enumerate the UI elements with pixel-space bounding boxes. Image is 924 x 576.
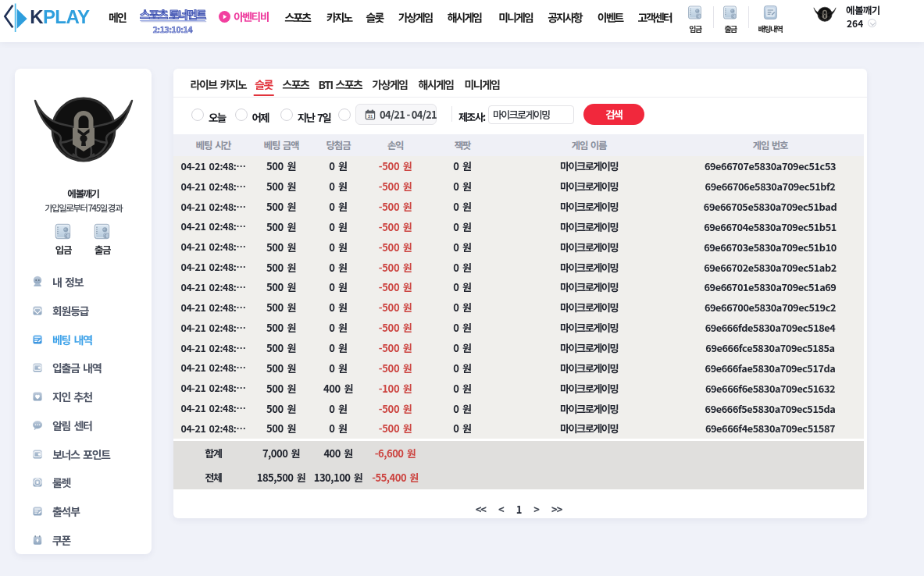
svg-text:31: 31 [368, 114, 373, 119]
svg-text:KPLAY: KPLAY [30, 6, 90, 27]
